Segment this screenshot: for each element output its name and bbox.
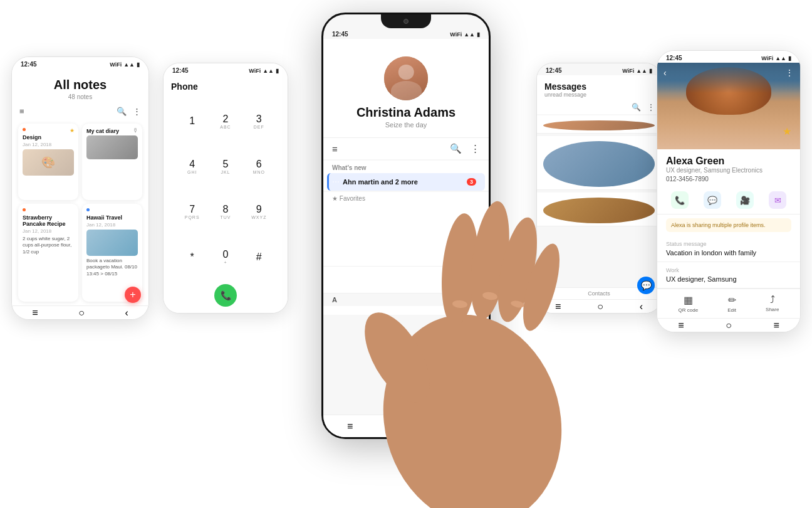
- cd-video-action[interactable]: 🎥: [736, 191, 754, 209]
- whats-new-section: What's new Ahn martin and 2 more 3: [323, 161, 489, 191]
- cd-call-icon: 📞: [671, 191, 689, 209]
- key-8-alpha: TUV: [220, 215, 231, 220]
- dialer-key-7[interactable]: 7 PQRS: [176, 190, 208, 234]
- cd-nav-home[interactable]: ○: [726, 320, 732, 331]
- key-9-num: 9: [256, 204, 262, 215]
- dialer-key-6[interactable]: 6 MNO: [243, 144, 275, 188]
- dialer-key-8[interactable]: 8 TUV: [209, 190, 241, 234]
- cd-edit-icon: ✏: [728, 294, 736, 306]
- cd-star-icon[interactable]: ★: [783, 125, 791, 137]
- whats-new-badge: 3: [467, 178, 476, 186]
- cd-chat-action[interactable]: 💬: [704, 191, 721, 209]
- notes-fab-button[interactable]: +: [125, 287, 141, 303]
- notes-more-icon[interactable]: ⋮: [133, 107, 141, 116]
- contacts-more-icon[interactable]: ⋮: [471, 143, 480, 154]
- cd-qr-icon: ▦: [684, 294, 693, 306]
- cd-status-icons: WiFi ▲▲ ▮: [761, 55, 791, 61]
- dialer-key-0[interactable]: 0 +: [209, 235, 241, 279]
- cd-mail-action[interactable]: ✉: [769, 191, 786, 209]
- cd-call-action[interactable]: 📞: [671, 191, 689, 209]
- key-1-num: 1: [189, 115, 195, 127]
- note-card-design[interactable]: Design Jan 12, 2018 🎨 ★: [18, 124, 78, 200]
- notes-app-screen: 12:45 WiFi ▲▲ ▮ All notes 48 notes ≡ 🔍 ⋮: [12, 57, 148, 319]
- dialer-key-3[interactable]: 3 DEF: [243, 99, 275, 143]
- messages-chat-fab[interactable]: 💬: [637, 277, 655, 294]
- front-camera: [403, 19, 409, 24]
- cd-share-action[interactable]: ⤴ Share: [766, 294, 779, 313]
- notes-status-bar: 12:45 WiFi ▲▲ ▮: [12, 57, 148, 69]
- key-star-num: *: [190, 251, 194, 263]
- message-item-2[interactable]: he was the most see what I had attached …: [537, 136, 661, 190]
- key-3-alpha: DEF: [254, 125, 264, 129]
- cd-back-button[interactable]: ‹: [664, 68, 667, 78]
- contacts-search-icon[interactable]: 🔍: [450, 143, 462, 154]
- nav-home-icon[interactable]: ○: [78, 307, 85, 319]
- dialer-key-star[interactable]: *: [176, 235, 208, 279]
- note-cat-title: My cat diary: [86, 128, 138, 134]
- message-item-1[interactable]: mith 12:40 📌: [537, 115, 661, 134]
- whats-new-text: Ahn martin and 2 more: [343, 178, 467, 186]
- cd-edit-action[interactable]: ✏ Edit: [727, 294, 736, 313]
- key-7-alpha: PQRS: [185, 215, 200, 220]
- key-0-alpha: +: [224, 260, 227, 265]
- contact-detail-phone: 12:45 WiFi ▲▲ ▮ ‹ ⋮ ★ Alexa Green UX des…: [657, 50, 801, 332]
- msg-nav-home[interactable]: ○: [597, 301, 603, 312]
- notes-menu-icon[interactable]: ≡: [19, 107, 24, 116]
- messages-more-icon[interactable]: ⋮: [647, 103, 655, 112]
- dialer-key-1[interactable]: 1: [176, 99, 208, 143]
- cd-video-icon: 🎥: [736, 191, 754, 209]
- key-hash-num: #: [256, 251, 262, 263]
- cd-qr-action[interactable]: ▦ QR code: [679, 294, 699, 313]
- msg-nav-back[interactable]: ‹: [640, 301, 643, 312]
- key-0-num: 0: [223, 249, 229, 260]
- dialer-key-4[interactable]: 4 GHI: [176, 144, 208, 188]
- dialer-header: Phone: [164, 75, 288, 94]
- center-status-icons: WiFi ▲▲ ▮: [450, 31, 480, 38]
- nav-back-icon[interactable]: ‹: [125, 307, 128, 319]
- dialer-key-hash[interactable]: #: [243, 235, 275, 279]
- cd-nav-menu[interactable]: ≡: [773, 320, 779, 331]
- contact-detail-info: Alexa Green UX designer, Samsung Electro…: [657, 149, 800, 186]
- key-4-num: 4: [189, 159, 195, 170]
- cd-more-button[interactable]: ⋮: [785, 68, 794, 78]
- messages-search-icon[interactable]: 🔍: [632, 103, 641, 112]
- note-card-cat[interactable]: My cat diary 🎙: [82, 124, 142, 200]
- wa-avatar-2: [335, 181, 336, 183]
- whats-new-item[interactable]: Ahn martin and 2 more 3: [327, 173, 485, 191]
- contact-name: Christina Adams: [357, 105, 455, 120]
- notes-search-icon[interactable]: 🔍: [117, 107, 127, 116]
- key-6-alpha: MNO: [253, 170, 265, 174]
- note-hawaii-title: Hawaii Travel: [86, 214, 138, 221]
- note-mic-icon: 🎙: [133, 127, 138, 134]
- cd-status-label: Status message: [666, 241, 791, 247]
- dialer-key-2[interactable]: 2 ABC: [209, 99, 241, 143]
- contacts-header: Christina Adams Seize the day: [323, 39, 489, 138]
- cd-nav-back[interactable]: ≡: [678, 320, 684, 331]
- cd-share-label: Share: [766, 307, 779, 312]
- note-cat-img: [86, 135, 138, 159]
- messages-header: Messages unread message: [537, 75, 661, 100]
- note-card-strawberry[interactable]: Strawberry Pancake Recipe Jan 12, 2018 2…: [18, 204, 78, 302]
- nav-menu-icon[interactable]: ≡: [32, 307, 38, 319]
- dialer-key-5[interactable]: 5 JKL: [209, 144, 241, 188]
- wa-avatar-3: [333, 181, 334, 183]
- dialer-key-9[interactable]: 9 WXYZ: [243, 190, 275, 234]
- cd-nav-bar: ≡ ○ ≡: [657, 318, 800, 332]
- cd-bottom-action-bar: ▦ QR code ✏ Edit ⤴ Share: [657, 288, 800, 318]
- contacts-toolbar-right: 🔍 ⋮: [450, 143, 480, 154]
- key-5-alpha: JKL: [221, 170, 230, 174]
- cd-qr-label: QR code: [679, 307, 699, 313]
- dialer-call-button[interactable]: 📞: [214, 284, 237, 307]
- contact-avatar-img: [384, 56, 428, 100]
- cd-signal-icon: ▲▲: [775, 55, 786, 61]
- cd-wifi-icon: WiFi: [761, 55, 773, 61]
- messages-contacts-label[interactable]: Contacts: [588, 290, 610, 297]
- contacts-menu-icon[interactable]: ≡: [332, 144, 338, 154]
- dialer-status-bar: 12:45 WiFi ▲▲ ▮: [164, 63, 288, 75]
- dialer-title: Phone: [171, 82, 280, 92]
- notes-status-time: 12:45: [21, 61, 37, 68]
- notes-count: 48 notes: [21, 93, 140, 100]
- key-6-num: 6: [256, 159, 262, 170]
- messages-signal-icon: ▲▲: [636, 68, 647, 74]
- cd-chat-icon: 💬: [704, 191, 721, 209]
